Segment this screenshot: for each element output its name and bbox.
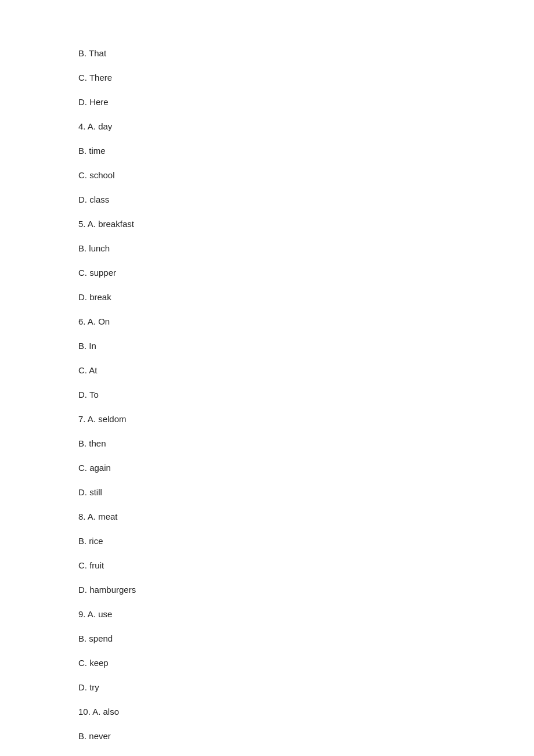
list-item-item-c-again: C. again — [78, 461, 534, 475]
list-item-item-c-at: C. At — [78, 363, 534, 377]
list-item-item-c-there: C. There — [78, 71, 534, 85]
list-item-item-4-a-day: 4. A. day — [78, 120, 534, 134]
list-item-item-9-a-use: 9. A. use — [78, 607, 534, 621]
list-item-item-b-time: B. time — [78, 144, 534, 158]
list-item-item-d-class: D. class — [78, 193, 534, 207]
list-item-item-d-here: D. Here — [78, 95, 534, 109]
list-item-item-d-try: D. try — [78, 681, 534, 694]
list-item-item-c-supper: C. supper — [78, 266, 534, 280]
list-item-item-d-still: D. still — [78, 485, 534, 499]
list-item-item-d-hamburgers: D. hamburgers — [78, 583, 534, 597]
list-item-item-d-break: D. break — [78, 290, 534, 304]
list-item-item-b-never: B. never — [78, 729, 534, 743]
list-item-item-10-a-also: 10. A. also — [78, 705, 534, 719]
list-item-item-b-that: B. That — [78, 46, 534, 60]
list-item-item-c-always: C. always — [78, 754, 534, 756]
list-item-item-d-to: D. To — [78, 388, 534, 402]
main-content: B. ThatC. ThereD. Here4. A. dayB. timeC.… — [0, 0, 534, 756]
list-item-item-b-spend: B. spend — [78, 632, 534, 646]
list-item-item-7-a-seldom: 7. A. seldom — [78, 412, 534, 426]
list-item-item-b-in: B. In — [78, 339, 534, 353]
list-item-item-b-lunch: B. lunch — [78, 242, 534, 255]
list-item-item-c-school: C. school — [78, 168, 534, 182]
list-item-item-6-a-on: 6. A. On — [78, 315, 534, 329]
list-item-item-b-then: B. then — [78, 437, 534, 451]
list-item-item-b-rice: B. rice — [78, 534, 534, 548]
list-item-item-5-a-breakfast: 5. A. breakfast — [78, 217, 534, 231]
list-item-item-c-fruit: C. fruit — [78, 559, 534, 573]
list-item-item-8-a-meat: 8. A. meat — [78, 510, 534, 524]
list-item-item-c-keep: C. keep — [78, 656, 534, 670]
